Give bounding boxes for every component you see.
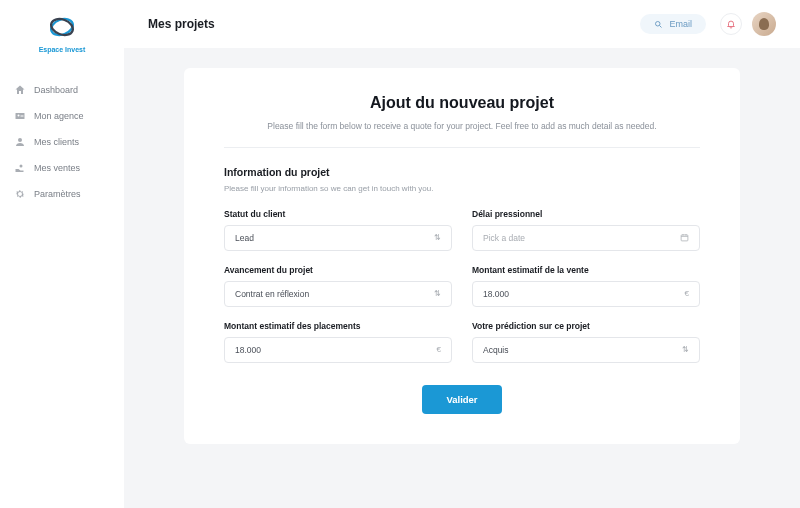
brand-logo: Espace Invest xyxy=(39,12,86,53)
svg-rect-4 xyxy=(21,115,24,116)
project-progress-select[interactable]: Contrat en réflexion ⇅ xyxy=(224,281,452,307)
user-icon xyxy=(14,136,26,148)
field-label: Délai pressionnel xyxy=(472,209,700,219)
section-description: Please fill your information so we can g… xyxy=(224,184,700,193)
bell-icon xyxy=(726,19,736,29)
sidebar-nav: Dashboard Mon agence Mes clients Mes ven… xyxy=(0,77,124,207)
field-project-progress: Avancement du projet Contrat en réflexio… xyxy=(224,265,452,307)
card-subtitle: Please fill the form below to receive a … xyxy=(224,120,700,148)
field-value: Acquis xyxy=(483,345,509,355)
sidebar-item-label: Paramètres xyxy=(34,189,81,199)
field-value: Lead xyxy=(235,233,254,243)
deadline-datepicker[interactable]: Pick a date xyxy=(472,225,700,251)
sidebar-item-sales[interactable]: Mes ventes xyxy=(0,155,124,181)
client-status-select[interactable]: Lead ⇅ xyxy=(224,225,452,251)
chevron-updown-icon: ⇅ xyxy=(434,233,441,242)
euro-icon: € xyxy=(685,289,689,298)
field-value: 18.000 xyxy=(235,345,261,355)
form-grid: Statut du client Lead ⇅ Délai pressionne… xyxy=(224,209,700,363)
project-form-card: Ajout du nouveau projet Please fill the … xyxy=(184,68,740,444)
search-input[interactable]: Email xyxy=(640,14,706,34)
svg-point-8 xyxy=(656,21,661,26)
svg-rect-2 xyxy=(16,113,25,119)
prediction-select[interactable]: Acquis ⇅ xyxy=(472,337,700,363)
svg-point-6 xyxy=(18,138,22,142)
svg-rect-10 xyxy=(681,235,688,241)
field-prediction: Votre prédiction sur ce projet Acquis ⇅ xyxy=(472,321,700,363)
field-placement-amount: Montant estimatif des placements 18.000 … xyxy=(224,321,452,363)
submit-button[interactable]: Valider xyxy=(422,385,501,414)
brand-name: Espace Invest xyxy=(39,46,86,53)
field-value: 18.000 xyxy=(483,289,509,299)
sidebar: Espace Invest Dashboard Mon agence Mes c… xyxy=(0,0,124,508)
svg-rect-5 xyxy=(21,117,24,118)
sidebar-item-dashboard[interactable]: Dashboard xyxy=(0,77,124,103)
field-label: Montant estimatif des placements xyxy=(224,321,452,331)
sidebar-item-label: Dashboard xyxy=(34,85,78,95)
search-icon xyxy=(654,20,663,29)
field-sale-amount: Montant estimatif de la vente 18.000 € xyxy=(472,265,700,307)
gear-icon xyxy=(14,188,26,200)
brand-logo-icon xyxy=(47,12,77,42)
calendar-icon xyxy=(680,233,689,242)
field-value: Pick a date xyxy=(483,233,525,243)
sidebar-item-label: Mes clients xyxy=(34,137,79,147)
field-value: Contrat en réflexion xyxy=(235,289,309,299)
chevron-updown-icon: ⇅ xyxy=(434,289,441,298)
euro-icon: € xyxy=(437,345,441,354)
page-title: Mes projets xyxy=(148,17,215,31)
svg-point-7 xyxy=(20,165,23,168)
sidebar-item-agency[interactable]: Mon agence xyxy=(0,103,124,129)
avatar[interactable] xyxy=(752,12,776,36)
svg-point-1 xyxy=(49,16,75,38)
id-card-icon xyxy=(14,110,26,122)
svg-line-9 xyxy=(660,25,662,27)
field-label: Votre prédiction sur ce projet xyxy=(472,321,700,331)
card-title: Ajout du nouveau projet xyxy=(224,94,700,112)
chevron-updown-icon: ⇅ xyxy=(682,345,689,354)
sidebar-item-clients[interactable]: Mes clients xyxy=(0,129,124,155)
placement-amount-input[interactable]: 18.000 € xyxy=(224,337,452,363)
field-label: Statut du client xyxy=(224,209,452,219)
section-title: Information du projet xyxy=(224,166,700,178)
field-deadline: Délai pressionnel Pick a date xyxy=(472,209,700,251)
sidebar-item-label: Mes ventes xyxy=(34,163,80,173)
search-placeholder: Email xyxy=(669,19,692,29)
svg-point-3 xyxy=(18,115,20,117)
home-icon xyxy=(14,84,26,96)
field-client-status: Statut du client Lead ⇅ xyxy=(224,209,452,251)
sidebar-item-settings[interactable]: Paramètres xyxy=(0,181,124,207)
sale-amount-input[interactable]: 18.000 € xyxy=(472,281,700,307)
sidebar-item-label: Mon agence xyxy=(34,111,84,121)
field-label: Montant estimatif de la vente xyxy=(472,265,700,275)
notifications-button[interactable] xyxy=(720,13,742,35)
topbar: Mes projets Email xyxy=(124,0,800,48)
hand-coin-icon xyxy=(14,162,26,174)
field-label: Avancement du projet xyxy=(224,265,452,275)
